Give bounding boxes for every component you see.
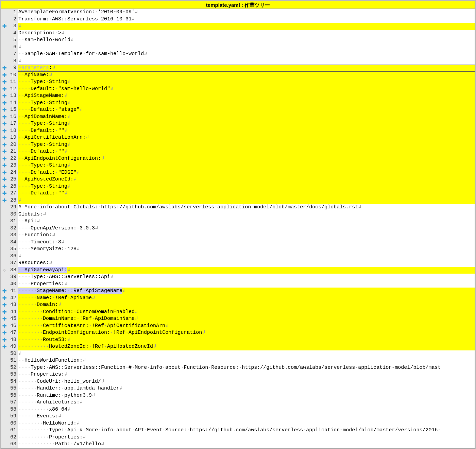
- code-line[interactable]: ✚47········EndpointConfiguration:·!Ref·A…: [1, 329, 475, 336]
- code-content[interactable]: ······Handler:·app.lambda_handler↲: [18, 385, 475, 392]
- code-line[interactable]: ✚3↲: [1, 23, 475, 30]
- code-line[interactable]: 36↲: [1, 253, 475, 260]
- code-content[interactable]: ↲: [18, 253, 475, 260]
- code-line[interactable]: ✚13··ApiStageName:↲: [1, 92, 475, 100]
- code-line[interactable]: ✚44········Condition:·CustomDomainEnable…: [1, 309, 475, 316]
- code-content[interactable]: ··Api:↲: [18, 218, 475, 225]
- code-content[interactable]: ··ApiName:↲: [18, 72, 475, 79]
- code-content[interactable]: ··ApiGatewayApi:↲: [18, 267, 475, 274]
- code-line[interactable]: 7··Sample·SAM·Template·for·sam-hello-wor…: [1, 51, 475, 58]
- code-line[interactable]: ✚16··ApiDomainName:↲: [1, 114, 475, 121]
- code-content[interactable]: ············Path:·/v1/hello↲: [18, 441, 475, 448]
- code-content[interactable]: ··Sample·SAM·Template·for·sam-hello-worl…: [18, 51, 475, 58]
- code-content[interactable]: ····Type:·String↲: [18, 141, 475, 149]
- code-line[interactable]: 53····Properties:↲: [1, 371, 475, 378]
- code-content[interactable]: ····OpenApiVersion:·3.0.3↲: [18, 225, 475, 232]
- code-content[interactable]: ········Condition:·CustomDomainEnabled↲: [18, 309, 475, 316]
- code-line[interactable]: ✚18····Default:·""↲: [1, 127, 475, 135]
- code-line[interactable]: 1AWSTemplateFormatVersion:·'2010-09-09'↲: [1, 9, 475, 16]
- code-line[interactable]: 29#·More·info·about·Globals:·https://git…: [1, 204, 475, 211]
- code-line[interactable]: 62··········Properties:↲: [1, 434, 475, 441]
- code-line[interactable]: ✚41······StageName:·!Ref·ApiStageName↲: [1, 288, 475, 295]
- code-content[interactable]: ····Default:·""↲: [18, 127, 475, 135]
- code-content[interactable]: ··ApiStageName:↲: [18, 92, 475, 100]
- code-line[interactable]: 60········HelloWorld:↲: [1, 420, 475, 427]
- code-line[interactable]: 39····Type:·AWS::Serverless::Api↲: [1, 274, 475, 281]
- code-line[interactable]: 33··Function:↲: [1, 232, 475, 239]
- code-line[interactable]: ✚22··ApiEndpointConfiguration:↲: [1, 155, 475, 162]
- code-content[interactable]: ····Type:·String↲: [18, 183, 475, 190]
- code-content[interactable]: ······StageName:·!Ref·ApiStageName↲: [18, 288, 475, 295]
- code-line[interactable]: ✚10··ApiName:↲: [1, 72, 475, 79]
- code-content[interactable]: ··sam-hello-world↲: [18, 37, 475, 44]
- code-line[interactable]: 34····Timeout:·3↲: [1, 239, 475, 246]
- code-line[interactable]: 55······Handler:·app.lambda_handler↲: [1, 385, 475, 392]
- code-line[interactable]: ✚28↲: [1, 197, 475, 204]
- code-content[interactable]: ····Type:·String↲: [18, 120, 475, 127]
- code-content[interactable]: ····Default:·""↲: [18, 148, 475, 155]
- code-line[interactable]: 59······Events:↲: [1, 413, 475, 420]
- code-line[interactable]: 54······CodeUri:·hello_world/↲: [1, 378, 475, 385]
- code-content[interactable]: Transform:·AWS::Serverless-2016-10-31↲: [18, 16, 475, 23]
- code-line[interactable]: ✚26····Type:·String↲: [1, 183, 475, 190]
- code-line[interactable]: 35····MemorySize:·128↲: [1, 246, 475, 253]
- code-content[interactable]: ··········Properties:↲: [18, 434, 475, 441]
- code-content[interactable]: ····Type:·AWS::Serverless::Function·#·Mo…: [18, 364, 475, 372]
- code-line[interactable]: ✚20····Type:·String↲: [1, 141, 475, 149]
- code-line[interactable]: ✚49··········HostedZoneId:·!Ref·ApiHoste…: [1, 343, 475, 350]
- code-line[interactable]: 32····OpenApiVersion:·3.0.3↲: [1, 225, 475, 232]
- code-content[interactable]: ··ApiHostedZoneId:↲: [18, 176, 475, 183]
- code-line[interactable]: 37Resources:↲: [1, 260, 475, 267]
- code-content[interactable]: ····Properties:↲: [18, 371, 475, 378]
- code-line[interactable]: 57······Architectures:↲: [1, 399, 475, 406]
- code-line[interactable]: 40····Properties:↲: [1, 281, 475, 288]
- code-line[interactable]: 51··HelloWorldFunction:↲: [1, 357, 475, 364]
- code-content[interactable]: ····Properties:↲: [18, 281, 475, 288]
- code-content[interactable]: ······Name:·!Ref·ApiName↲: [18, 295, 475, 302]
- code-line[interactable]: 5··sam-hello-world↲: [1, 37, 475, 44]
- code-content[interactable]: ········HelloWorld:↲: [18, 420, 475, 427]
- code-content[interactable]: ··HelloWorldFunction:↲: [18, 357, 475, 364]
- code-line[interactable]: ✚21····Default:·""↲: [1, 148, 475, 155]
- code-line[interactable]: ✚23····Type:·String↲: [1, 162, 475, 169]
- code-content[interactable]: ····Default:·"EDGE"↲: [18, 169, 475, 176]
- code-line[interactable]: 50↲: [1, 350, 475, 358]
- code-content[interactable]: ····Default:·"sam-hello-world"↲: [18, 86, 475, 93]
- code-line[interactable]: ✚15····Default:·"stage"↲: [1, 106, 475, 114]
- code-content[interactable]: ····Type:·AWS::Serverless::Api↲: [18, 274, 475, 281]
- code-line[interactable]: ✚48········Route53:↲: [1, 336, 475, 344]
- code-line[interactable]: 30Globals:↲: [1, 211, 475, 218]
- code-content[interactable]: ↲: [18, 44, 475, 51]
- code-content[interactable]: ····Type:·String↲: [18, 79, 475, 86]
- code-line[interactable]: ✚9Parameters:↲: [1, 65, 475, 72]
- code-content[interactable]: ········CertificateArn:·!Ref·ApiCertific…: [18, 323, 475, 330]
- code-content[interactable]: ········DomainName:·!Ref·ApiDomainName↲: [18, 315, 475, 323]
- code-line[interactable]: ✚11····Type:·String↲: [1, 79, 475, 86]
- code-content[interactable]: Parameters:↲: [18, 65, 475, 72]
- code-content[interactable]: ··········HostedZoneId:·!Ref·ApiHostedZo…: [18, 343, 475, 350]
- code-content[interactable]: ↲: [18, 58, 475, 65]
- code-content[interactable]: ····Timeout:·3↲: [18, 239, 475, 246]
- code-line[interactable]: ✚42······Name:·!Ref·ApiName↲: [1, 295, 475, 302]
- code-line[interactable]: 52····Type:·AWS::Serverless::Function·#·…: [1, 364, 475, 372]
- code-content[interactable]: ······Runtime:·python3.9↲: [18, 392, 475, 399]
- code-line[interactable]: 61··········Type:·Api·#·More·info·about·…: [1, 427, 475, 434]
- code-line[interactable]: 2Transform:·AWS::Serverless-2016-10-31↲: [1, 16, 475, 23]
- code-content[interactable]: ····Default:·""↲: [18, 190, 475, 197]
- code-line[interactable]: ✚25··ApiHostedZoneId:↲: [1, 176, 475, 183]
- code-content[interactable]: Resources:↲: [18, 260, 475, 267]
- code-content[interactable]: ··········Type:·Api·#·More·info·about·AP…: [18, 427, 475, 434]
- code-content[interactable]: ······CodeUri:·hello_world/↲: [18, 378, 475, 385]
- code-line[interactable]: ✚27····Default:·""↲: [1, 190, 475, 197]
- code-line[interactable]: ✚17····Type:·String↲: [1, 120, 475, 127]
- code-line[interactable]: ✚19··ApiCertificationArn:↲: [1, 134, 475, 141]
- code-line[interactable]: ✚24····Default:·"EDGE"↲: [1, 169, 475, 176]
- code-line[interactable]: ✚14····Type:·String↲: [1, 100, 475, 107]
- code-content[interactable]: ··ApiEndpointConfiguration:↲: [18, 155, 475, 162]
- code-content[interactable]: ··ApiDomainName:↲: [18, 114, 475, 121]
- code-content[interactable]: ······Domain:↲: [18, 301, 475, 309]
- code-content[interactable]: ····Default:·"stage"↲: [18, 106, 475, 114]
- code-content[interactable]: Globals:↲: [18, 211, 475, 218]
- code-line[interactable]: ✚45········DomainName:·!Ref·ApiDomainNam…: [1, 315, 475, 323]
- code-line[interactable]: 56······Runtime:·python3.9↲: [1, 392, 475, 399]
